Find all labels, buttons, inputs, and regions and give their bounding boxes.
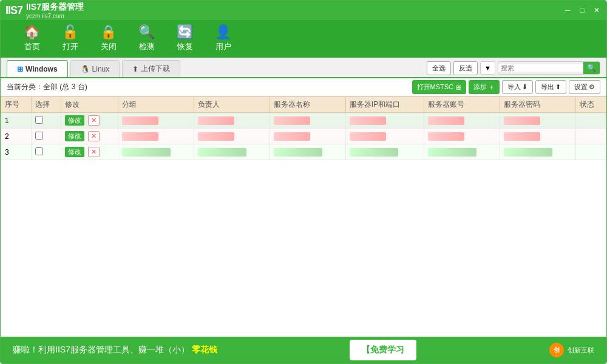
nav-check[interactable]: 🔍 检测 xyxy=(127,22,166,56)
export-button[interactable]: 导出 ⬆ xyxy=(535,80,566,94)
cell-ip-3 xyxy=(345,144,424,160)
maximize-button[interactable]: □ xyxy=(577,5,587,15)
restore-icon: 🔄 xyxy=(177,25,193,39)
group-value-3 xyxy=(122,148,171,157)
check-icon: 🔍 xyxy=(138,25,155,39)
cell-account-3 xyxy=(424,144,500,160)
free-learn-button[interactable]: 【免费学习 xyxy=(350,340,416,360)
row-checkbox-2[interactable] xyxy=(35,132,43,140)
tab-linux[interactable]: 🐧 Linux xyxy=(70,60,120,77)
cell-seq-2: 2 xyxy=(1,129,32,144)
navbar: 🏠 首页 🔓 打开 🔒 关闭 🔍 检测 🔄 恢复 👤 用户 xyxy=(1,20,606,58)
nav-restore[interactable]: 🔄 恢复 xyxy=(166,22,204,56)
export-label: 导出 xyxy=(541,83,554,92)
nav-restore-label: 恢复 xyxy=(177,41,193,52)
col-password: 服务器密码 xyxy=(500,97,576,113)
cell-servername-2 xyxy=(270,129,345,144)
col-seq: 序号 xyxy=(1,97,32,113)
nav-home-label: 首页 xyxy=(24,41,40,52)
servername-value-2 xyxy=(274,132,310,141)
settings-button[interactable]: 设置 ⚙ xyxy=(569,80,600,94)
tab-windows[interactable]: ⊞ Windows xyxy=(7,60,68,77)
delete-button-2[interactable]: ✕ xyxy=(88,131,100,141)
cell-status-3 xyxy=(576,144,606,160)
group-value-2 xyxy=(122,132,158,141)
cell-servername-1 xyxy=(270,113,345,129)
import-icon: ⬇ xyxy=(522,83,527,91)
app-title: IIS7服务器管理 xyxy=(26,2,84,13)
table-row: 2 修改 ✕ xyxy=(1,129,606,144)
nav-open[interactable]: 🔓 打开 xyxy=(51,22,89,56)
nav-home[interactable]: 🏠 首页 xyxy=(13,22,51,56)
open-mstsc-button[interactable]: 打开MSTSC 🖥 xyxy=(412,80,467,94)
tabs-toolbar-row: ⊞ Windows 🐧 Linux ⬆ 上传下载 全选 反选 ▼ 🔍 xyxy=(1,58,606,78)
settings-label: 设置 xyxy=(574,83,588,92)
dropdown-arrow-icon: ▼ xyxy=(484,64,491,72)
nav-user[interactable]: 👤 用户 xyxy=(204,22,242,56)
cell-group-1 xyxy=(118,113,194,129)
home-icon: 🏠 xyxy=(24,25,40,39)
open-mstsc-label: 打开MSTSC xyxy=(417,83,454,92)
account-value-1 xyxy=(428,116,464,125)
col-person: 负责人 xyxy=(194,97,270,113)
row-checkbox-1[interactable] xyxy=(35,116,43,124)
category-row: 当前分类：全部 (总 3 台) 打开MSTSC 🖥 添加 ＋ 导入 ⬇ 导出 ⬆… xyxy=(1,78,606,96)
row-checkbox-3[interactable] xyxy=(35,147,43,155)
cell-status-1 xyxy=(576,113,606,129)
cell-checkbox-1 xyxy=(31,113,61,129)
col-account: 服务器账号 xyxy=(424,97,500,113)
password-value-3 xyxy=(504,148,552,157)
add-button[interactable]: 添加 ＋ xyxy=(469,80,500,94)
select-all-button[interactable]: 全选 xyxy=(427,61,451,75)
category-label: 当前分类：全部 (总 3 台) xyxy=(7,82,87,92)
tab-upload-label: 上传下载 xyxy=(141,64,170,74)
cell-password-2 xyxy=(500,129,576,144)
delete-button-1[interactable]: ✕ xyxy=(88,115,100,126)
import-button[interactable]: 导入 ⬇ xyxy=(502,80,533,94)
close-icon: 🔒 xyxy=(100,25,117,39)
nav-close[interactable]: 🔒 关闭 xyxy=(89,22,127,56)
account-value-2 xyxy=(428,132,464,141)
gear-icon: ⚙ xyxy=(589,83,595,91)
cell-seq-3: 3 xyxy=(1,144,32,160)
person-value-2 xyxy=(198,132,234,141)
cell-group-3 xyxy=(118,144,194,160)
windows-icon: ⊞ xyxy=(17,65,23,73)
search-input[interactable] xyxy=(498,64,583,72)
account-value-3 xyxy=(428,148,476,157)
user-icon: 👤 xyxy=(215,25,231,39)
filter-dropdown[interactable]: ▼ xyxy=(480,61,495,75)
delete-button-3[interactable]: ✕ xyxy=(88,147,100,157)
password-value-2 xyxy=(504,132,540,141)
deselect-button[interactable]: 反选 xyxy=(453,61,478,75)
chuangxin-icon: 创 xyxy=(549,343,564,357)
action-buttons: 打开MSTSC 🖥 添加 ＋ 导入 ⬇ 导出 ⬆ 设置 ⚙ xyxy=(412,80,601,94)
nav-open-label: 打开 xyxy=(63,41,78,52)
mstsc-icon: 🖥 xyxy=(455,84,461,91)
brand-logo: 创 创新互联 xyxy=(549,343,594,357)
add-icon: ＋ xyxy=(488,83,495,92)
edit-button-2[interactable]: 修改 xyxy=(65,131,84,141)
cell-servername-3 xyxy=(270,144,345,160)
export-icon: ⬆ xyxy=(555,83,561,91)
cell-edit-3: 修改 ✕ xyxy=(61,144,118,160)
edit-button-1[interactable]: 修改 xyxy=(65,115,84,126)
col-name: 服务器名称 xyxy=(270,97,345,113)
close-button[interactable]: ✕ xyxy=(592,5,602,15)
cell-password-1 xyxy=(500,113,576,129)
cell-edit-2: 修改 ✕ xyxy=(61,129,118,144)
ip-value-3 xyxy=(350,148,398,157)
edit-button-3[interactable]: 修改 xyxy=(65,147,84,157)
col-group: 分组 xyxy=(118,97,194,113)
servername-value-1 xyxy=(274,116,310,125)
password-value-1 xyxy=(504,116,540,125)
open-icon: 🔓 xyxy=(62,25,78,39)
cell-ip-2 xyxy=(345,129,424,144)
servers-table: 序号 选择 修改 分组 负责人 服务器名称 服务器IP和端口 服务器账号 服务器… xyxy=(1,96,606,160)
tab-upload[interactable]: ⬆ 上传下载 xyxy=(122,60,180,77)
banner-text: 赚啦！利用IIS7服务器管理工具、赚一堆（小） 零花钱 xyxy=(13,345,217,356)
toolbar-right: 全选 反选 ▼ 🔍 xyxy=(427,61,600,76)
bottom-banner: 赚啦！利用IIS7服务器管理工具、赚一堆（小） 零花钱 【免费学习 创 创新互联 xyxy=(1,337,606,363)
search-button[interactable]: 🔍 xyxy=(583,61,600,75)
minimize-button[interactable]: ─ xyxy=(563,5,572,15)
